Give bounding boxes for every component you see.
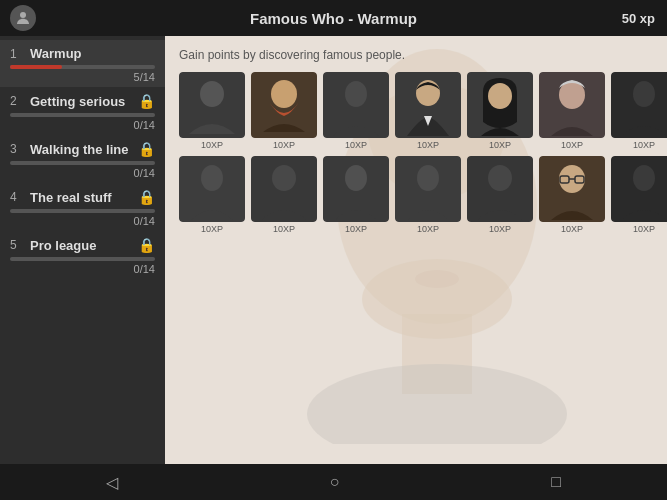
celeb-img-6 [539, 72, 605, 138]
sidebar-item-getting-serious[interactable]: 2 Getting serious 🔒 0/14 [0, 87, 165, 135]
sidebar-label-getting-serious: Getting serious [30, 94, 125, 109]
svg-point-0 [20, 12, 26, 18]
celeb-card-13[interactable]: 10XP [539, 156, 605, 234]
progress-bar-4 [10, 209, 155, 213]
svg-point-12 [345, 81, 367, 107]
celeb-card-1[interactable]: 10XP [179, 72, 245, 150]
celeb-xp-5: 10XP [489, 140, 511, 150]
progress-bar-3 [10, 161, 155, 165]
celeb-img-5 [467, 72, 533, 138]
main-layout: 1 Warmup 5/14 2 Getting serious 🔒 0/14 [0, 36, 667, 464]
celeb-xp-11: 10XP [417, 224, 439, 234]
celeb-img-12 [467, 156, 533, 222]
celeb-img-10 [323, 156, 389, 222]
content-inner: Gain points by discovering famous people… [165, 36, 667, 464]
celeb-xp-8: 10XP [201, 224, 223, 234]
celeb-xp-14: 10XP [633, 224, 655, 234]
top-bar: Famous Who - Warmup 50 xp [0, 0, 667, 36]
sidebar-item-walking-line[interactable]: 3 Walking the line 🔒 0/14 [0, 135, 165, 183]
svg-point-26 [345, 165, 367, 191]
celeb-card-5[interactable]: 10XP [467, 72, 533, 150]
celeb-img-1 [179, 72, 245, 138]
progress-bar-5 [10, 257, 155, 261]
avatar [10, 5, 36, 31]
svg-point-20 [633, 81, 655, 107]
celeb-xp-3: 10XP [345, 140, 367, 150]
celeb-xp-6: 10XP [561, 140, 583, 150]
xp-display: 50 xp [622, 11, 655, 26]
lock-icon-5: 🔒 [138, 237, 155, 253]
lock-icon-3: 🔒 [138, 141, 155, 157]
sidebar-label-pro-league: Pro league [30, 238, 96, 253]
celeb-xp-13: 10XP [561, 224, 583, 234]
celeb-card-11[interactable]: 10XP [395, 156, 461, 234]
sidebar: 1 Warmup 5/14 2 Getting serious 🔒 0/14 [0, 36, 165, 464]
sidebar-score-2: 0/14 [10, 119, 155, 131]
progress-fill-warmup [10, 65, 62, 69]
lock-icon-4: 🔒 [138, 189, 155, 205]
celeb-img-3 [323, 72, 389, 138]
celeb-card-4[interactable]: 10XP [395, 72, 461, 150]
sidebar-item-pro-league[interactable]: 5 Pro league 🔒 0/14 [0, 231, 165, 279]
celeb-img-11 [395, 156, 461, 222]
celeb-img-14 [611, 156, 667, 222]
content-hint: Gain points by discovering famous people… [179, 48, 653, 62]
back-button[interactable]: ◁ [86, 469, 138, 496]
svg-point-22 [201, 165, 223, 191]
sidebar-score-3: 0/14 [10, 167, 155, 179]
celeb-xp-4: 10XP [417, 140, 439, 150]
sidebar-num-3: 3 [10, 142, 24, 156]
sidebar-num-1: 1 [10, 47, 24, 61]
svg-point-16 [488, 83, 512, 109]
celeb-xp-2: 10XP [273, 140, 295, 150]
content-area: Gain points by discovering famous people… [165, 36, 667, 464]
celeb-card-10[interactable]: 10XP [323, 156, 389, 234]
progress-bar-warmup [10, 65, 155, 69]
sidebar-num-2: 2 [10, 94, 24, 108]
sidebar-num-4: 4 [10, 190, 24, 204]
celeb-img-2 [251, 72, 317, 138]
celeb-xp-10: 10XP [345, 224, 367, 234]
celeb-img-4 [395, 72, 461, 138]
celeb-card-3[interactable]: 10XP [323, 72, 389, 150]
celeb-card-12[interactable]: 10XP [467, 156, 533, 234]
sidebar-label-warmup: Warmup [30, 46, 82, 61]
celeb-xp-9: 10XP [273, 224, 295, 234]
svg-point-28 [417, 165, 439, 191]
app-title: Famous Who - Warmup [250, 10, 417, 27]
sidebar-label-real-stuff: The real stuff [30, 190, 112, 205]
lock-icon-2: 🔒 [138, 93, 155, 109]
celeb-img-9 [251, 156, 317, 222]
celeb-grid: 10XP 10XP [179, 72, 653, 234]
progress-bar-2 [10, 113, 155, 117]
celeb-xp-1: 10XP [201, 140, 223, 150]
svg-point-24 [272, 165, 296, 191]
sidebar-item-warmup[interactable]: 1 Warmup 5/14 [0, 40, 165, 87]
sidebar-score-4: 0/14 [10, 215, 155, 227]
sidebar-label-walking-line: Walking the line [30, 142, 128, 157]
svg-point-30 [488, 165, 512, 191]
celeb-card-7[interactable]: 10XP [611, 72, 667, 150]
svg-point-8 [200, 81, 224, 107]
celeb-img-13 [539, 156, 605, 222]
celeb-xp-12: 10XP [489, 224, 511, 234]
svg-point-37 [633, 165, 655, 191]
recents-button[interactable]: □ [531, 469, 581, 495]
svg-point-10 [271, 80, 297, 108]
celeb-card-2[interactable]: 10XP [251, 72, 317, 150]
sidebar-score-5: 0/14 [10, 263, 155, 275]
celeb-card-14[interactable]: 10XP [611, 156, 667, 234]
home-button[interactable]: ○ [310, 469, 360, 495]
sidebar-num-5: 5 [10, 238, 24, 252]
celeb-card-8[interactable]: 10XP [179, 156, 245, 234]
bottom-nav: ◁ ○ □ [0, 464, 667, 500]
sidebar-score-warmup: 5/14 [10, 71, 155, 83]
celeb-img-8 [179, 156, 245, 222]
celeb-card-9[interactable]: 10XP [251, 156, 317, 234]
celeb-img-7 [611, 72, 667, 138]
celeb-card-6[interactable]: 10XP [539, 72, 605, 150]
sidebar-item-real-stuff[interactable]: 4 The real stuff 🔒 0/14 [0, 183, 165, 231]
celeb-xp-7: 10XP [633, 140, 655, 150]
